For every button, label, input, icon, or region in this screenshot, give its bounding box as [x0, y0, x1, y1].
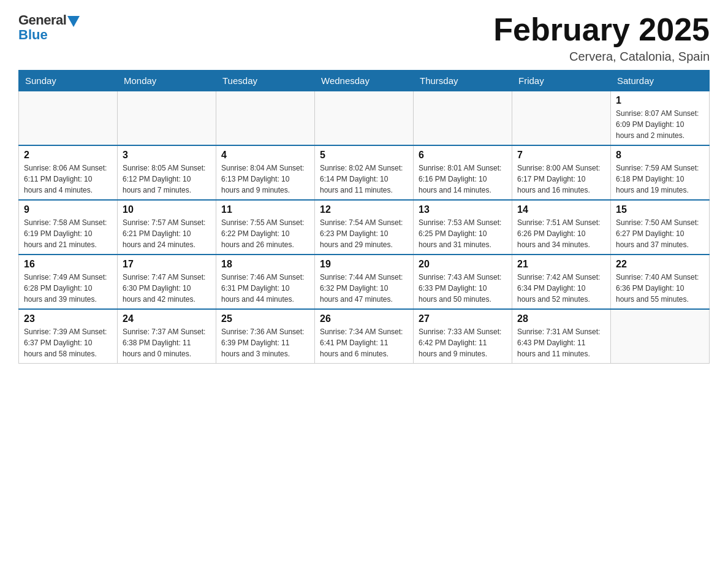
location: Cervera, Catalonia, Spain [493, 50, 710, 64]
week-row-1: 1Sunrise: 8:07 AM Sunset: 6:09 PM Daylig… [19, 91, 710, 146]
day-info: Sunrise: 8:07 AM Sunset: 6:09 PM Dayligh… [616, 108, 704, 141]
table-row: 27Sunrise: 7:33 AM Sunset: 6:42 PM Dayli… [414, 309, 512, 364]
weekday-header-row: Sunday Monday Tuesday Wednesday Thursday… [19, 71, 710, 91]
day-info: Sunrise: 7:55 AM Sunset: 6:22 PM Dayligh… [221, 217, 309, 250]
table-row: 4Sunrise: 8:04 AM Sunset: 6:13 PM Daylig… [216, 145, 315, 200]
table-row: 6Sunrise: 8:01 AM Sunset: 6:16 PM Daylig… [414, 145, 512, 200]
table-row: 15Sunrise: 7:50 AM Sunset: 6:27 PM Dayli… [611, 200, 710, 255]
table-row: 1Sunrise: 8:07 AM Sunset: 6:09 PM Daylig… [611, 91, 710, 146]
day-info: Sunrise: 7:37 AM Sunset: 6:38 PM Dayligh… [123, 326, 211, 359]
header-sunday: Sunday [19, 71, 118, 91]
day-info: Sunrise: 8:01 AM Sunset: 6:16 PM Dayligh… [419, 163, 507, 196]
day-number: 14 [517, 204, 605, 215]
day-number: 3 [123, 150, 211, 161]
logo: General Blue [18, 12, 80, 43]
table-row: 24Sunrise: 7:37 AM Sunset: 6:38 PM Dayli… [118, 309, 216, 364]
day-number: 7 [517, 150, 605, 161]
day-number: 6 [419, 150, 507, 161]
day-number: 15 [616, 204, 704, 215]
day-info: Sunrise: 7:53 AM Sunset: 6:25 PM Dayligh… [419, 217, 507, 250]
week-row-3: 9Sunrise: 7:58 AM Sunset: 6:19 PM Daylig… [19, 200, 710, 255]
table-row [611, 309, 710, 364]
day-number: 17 [123, 259, 211, 270]
header-wednesday: Wednesday [315, 71, 414, 91]
day-number: 13 [419, 204, 507, 215]
table-row [315, 91, 414, 146]
day-number: 11 [221, 204, 309, 215]
table-row: 2Sunrise: 8:06 AM Sunset: 6:11 PM Daylig… [19, 145, 118, 200]
table-row: 19Sunrise: 7:44 AM Sunset: 6:32 PM Dayli… [315, 255, 414, 309]
week-row-2: 2Sunrise: 8:06 AM Sunset: 6:11 PM Daylig… [19, 145, 710, 200]
table-row: 10Sunrise: 7:57 AM Sunset: 6:21 PM Dayli… [118, 200, 216, 255]
day-number: 27 [419, 313, 507, 324]
day-info: Sunrise: 8:04 AM Sunset: 6:13 PM Dayligh… [221, 163, 309, 196]
day-number: 10 [123, 204, 211, 215]
day-info: Sunrise: 7:34 AM Sunset: 6:41 PM Dayligh… [320, 326, 408, 359]
table-row: 13Sunrise: 7:53 AM Sunset: 6:25 PM Dayli… [414, 200, 512, 255]
title-block: February 2025 Cervera, Catalonia, Spain [493, 12, 710, 64]
day-info: Sunrise: 7:51 AM Sunset: 6:26 PM Dayligh… [517, 217, 605, 250]
day-number: 1 [616, 95, 704, 106]
day-number: 9 [24, 204, 112, 215]
day-info: Sunrise: 7:46 AM Sunset: 6:31 PM Dayligh… [221, 272, 309, 305]
table-row: 7Sunrise: 8:00 AM Sunset: 6:17 PM Daylig… [512, 145, 611, 200]
table-row: 21Sunrise: 7:42 AM Sunset: 6:34 PM Dayli… [512, 255, 611, 309]
page-header: General Blue February 2025 Cervera, Cata… [18, 12, 710, 64]
table-row: 16Sunrise: 7:49 AM Sunset: 6:28 PM Dayli… [19, 255, 118, 309]
table-row [216, 91, 315, 146]
table-row [19, 91, 118, 146]
day-info: Sunrise: 7:44 AM Sunset: 6:32 PM Dayligh… [320, 272, 408, 305]
day-info: Sunrise: 7:47 AM Sunset: 6:30 PM Dayligh… [123, 272, 211, 305]
table-row: 25Sunrise: 7:36 AM Sunset: 6:39 PM Dayli… [216, 309, 315, 364]
day-info: Sunrise: 7:33 AM Sunset: 6:42 PM Dayligh… [419, 326, 507, 359]
logo-blue-text: Blue [18, 27, 48, 43]
table-row: 22Sunrise: 7:40 AM Sunset: 6:36 PM Dayli… [611, 255, 710, 309]
day-info: Sunrise: 8:00 AM Sunset: 6:17 PM Dayligh… [517, 163, 605, 196]
week-row-5: 23Sunrise: 7:39 AM Sunset: 6:37 PM Dayli… [19, 309, 710, 364]
table-row: 3Sunrise: 8:05 AM Sunset: 6:12 PM Daylig… [118, 145, 216, 200]
day-info: Sunrise: 7:57 AM Sunset: 6:21 PM Dayligh… [123, 217, 211, 250]
day-info: Sunrise: 7:40 AM Sunset: 6:36 PM Dayligh… [616, 272, 704, 305]
logo-general-text: General [18, 12, 66, 28]
day-info: Sunrise: 7:59 AM Sunset: 6:18 PM Dayligh… [616, 163, 704, 196]
day-info: Sunrise: 8:06 AM Sunset: 6:11 PM Dayligh… [24, 163, 112, 196]
calendar-table: Sunday Monday Tuesday Wednesday Thursday… [18, 70, 710, 364]
day-info: Sunrise: 7:54 AM Sunset: 6:23 PM Dayligh… [320, 217, 408, 250]
day-number: 19 [320, 259, 408, 270]
day-number: 25 [221, 313, 309, 324]
day-number: 8 [616, 150, 704, 161]
month-title: February 2025 [493, 12, 710, 47]
header-monday: Monday [118, 71, 216, 91]
header-thursday: Thursday [414, 71, 512, 91]
day-number: 16 [24, 259, 112, 270]
day-info: Sunrise: 7:58 AM Sunset: 6:19 PM Dayligh… [24, 217, 112, 250]
day-info: Sunrise: 7:31 AM Sunset: 6:43 PM Dayligh… [517, 326, 605, 359]
day-info: Sunrise: 8:05 AM Sunset: 6:12 PM Dayligh… [123, 163, 211, 196]
table-row [118, 91, 216, 146]
table-row: 5Sunrise: 8:02 AM Sunset: 6:14 PM Daylig… [315, 145, 414, 200]
logo-arrow-icon [67, 16, 80, 27]
day-info: Sunrise: 7:43 AM Sunset: 6:33 PM Dayligh… [419, 272, 507, 305]
day-number: 21 [517, 259, 605, 270]
day-number: 2 [24, 150, 112, 161]
header-tuesday: Tuesday [216, 71, 315, 91]
day-info: Sunrise: 7:36 AM Sunset: 6:39 PM Dayligh… [221, 326, 309, 359]
day-number: 5 [320, 150, 408, 161]
table-row [414, 91, 512, 146]
day-info: Sunrise: 7:39 AM Sunset: 6:37 PM Dayligh… [24, 326, 112, 359]
table-row: 17Sunrise: 7:47 AM Sunset: 6:30 PM Dayli… [118, 255, 216, 309]
table-row: 28Sunrise: 7:31 AM Sunset: 6:43 PM Dayli… [512, 309, 611, 364]
table-row: 12Sunrise: 7:54 AM Sunset: 6:23 PM Dayli… [315, 200, 414, 255]
day-number: 23 [24, 313, 112, 324]
day-info: Sunrise: 7:50 AM Sunset: 6:27 PM Dayligh… [616, 217, 704, 250]
header-friday: Friday [512, 71, 611, 91]
table-row: 11Sunrise: 7:55 AM Sunset: 6:22 PM Dayli… [216, 200, 315, 255]
table-row: 20Sunrise: 7:43 AM Sunset: 6:33 PM Dayli… [414, 255, 512, 309]
header-saturday: Saturday [611, 71, 710, 91]
table-row: 26Sunrise: 7:34 AM Sunset: 6:41 PM Dayli… [315, 309, 414, 364]
day-number: 26 [320, 313, 408, 324]
day-info: Sunrise: 7:42 AM Sunset: 6:34 PM Dayligh… [517, 272, 605, 305]
table-row: 23Sunrise: 7:39 AM Sunset: 6:37 PM Dayli… [19, 309, 118, 364]
table-row [512, 91, 611, 146]
week-row-4: 16Sunrise: 7:49 AM Sunset: 6:28 PM Dayli… [19, 255, 710, 309]
